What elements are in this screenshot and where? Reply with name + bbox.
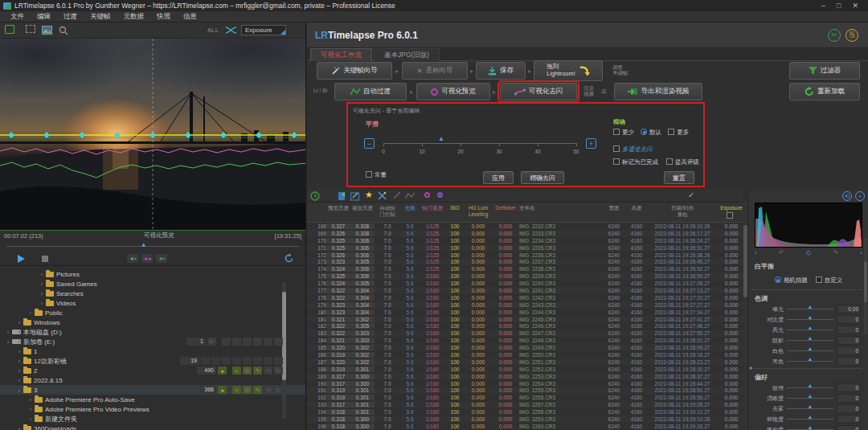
workflow-status-icon[interactable] <box>274 338 283 346</box>
table-row[interactable]: 1690.3260.3087.05.61/1251000.0000.000IMG… <box>307 230 743 237</box>
column-header[interactable]: HG Lum Leveling <box>465 203 492 222</box>
slider-track[interactable]: ▲ <box>787 319 833 320</box>
save-button[interactable]: 保存 <box>476 62 526 80</box>
workflow-status-icon[interactable]: ◁ <box>264 367 272 375</box>
prev-arrow-icon[interactable]: ‹ <box>755 249 757 256</box>
workflow-status-icon[interactable]: ∿ <box>253 386 262 394</box>
star-rating-icon[interactable]: ★ <box>365 190 373 200</box>
timeline-track[interactable] <box>6 246 299 247</box>
column-header[interactable] <box>309 203 326 222</box>
table-row[interactable]: 1920.3190.3017.05.61/1601000.0000.000IMG… <box>307 394 743 401</box>
wand-disabled-icon[interactable] <box>392 191 401 202</box>
tree-item[interactable]: ›360Downloads <box>0 424 305 430</box>
preview-ring2-icon[interactable] <box>437 191 443 199</box>
all-label[interactable]: ALL <box>207 27 219 34</box>
next-arrow-icon[interactable]: › <box>860 249 862 256</box>
table-row[interactable]: 1800.3230.3047.05.61/1601000.0000.000IMG… <box>307 309 743 316</box>
menu-item[interactable]: 元数据 <box>118 12 150 22</box>
drag-to-lightroom-button[interactable]: 拖到 Lightroom! <box>534 60 603 81</box>
exposure-check-icon[interactable]: ✓ <box>688 190 694 199</box>
redo-icon[interactable]: ↷ <box>833 249 838 256</box>
precise-deflicker-button[interactable]: 精确去闪 <box>521 171 564 184</box>
expander-icon[interactable]: › <box>27 310 34 316</box>
wb-as-shot-radio[interactable]: 相机拍摄 <box>775 276 808 284</box>
slider-track[interactable]: ▲ <box>787 330 833 330</box>
slider-value[interactable]: 0 <box>837 394 861 403</box>
workflow-status-icon[interactable] <box>211 357 220 365</box>
tree-item[interactable]: ›Saved Games <box>0 279 305 289</box>
tree-item[interactable]: ›Adobe Premiere Pro Video Previews <box>0 404 305 414</box>
tree-item[interactable]: ›Windows <box>0 317 305 327</box>
curves-compare-icon[interactable] <box>225 25 237 37</box>
table-row[interactable]: 1860.3190.3027.05.61/1601000.0000.000IMG… <box>307 351 743 358</box>
workflow-status-icon[interactable]: ◎ <box>243 367 252 375</box>
tree-item[interactable]: ›1 <box>0 346 305 356</box>
column-header[interactable]: 视觉亮度 <box>350 203 375 222</box>
table-row[interactable]: 1940.3180.3017.05.61/1601000.0000.000IMG… <box>307 408 743 416</box>
menu-item[interactable]: 信息 <box>178 12 203 22</box>
slider-value[interactable]: 0 <box>837 404 861 413</box>
image-icon[interactable] <box>42 25 52 35</box>
workflow-status-icon[interactable] <box>201 357 210 365</box>
workflow-status-icon[interactable] <box>232 338 241 346</box>
preview-image[interactable] <box>0 39 305 230</box>
slider-handle[interactable]: ▲ <box>808 403 813 409</box>
tree-item[interactable]: ›Pictures <box>0 269 305 279</box>
workflow-status-icon[interactable]: ▷ <box>207 338 216 346</box>
table-row[interactable]: 1880.3190.3017.05.61/1601000.0000.000IMG… <box>307 366 743 373</box>
tab-visual-workflow[interactable]: 可视化工作流 <box>310 48 372 61</box>
table-row[interactable]: 1770.3220.3047.05.61/1601000.0000.000IMG… <box>307 287 743 294</box>
tree-item[interactable]: ›Adobe Premiere Pro Auto-Save <box>0 395 305 404</box>
visual-deflicker-button[interactable]: 可视化去闪 <box>500 83 577 100</box>
exposure-column-checkbox[interactable] <box>727 212 733 219</box>
expander-icon[interactable]: › <box>39 272 45 277</box>
preview-ring-icon[interactable] <box>424 191 430 199</box>
magnifier-icon[interactable] <box>58 25 68 35</box>
table-row[interactable]: 1810.3210.3027.05.61/1601000.0000.000IMG… <box>307 316 743 323</box>
slider-value[interactable]: 0 <box>837 415 861 424</box>
multipass-checkbox[interactable]: 多通道去闪 <box>613 145 653 154</box>
expander-icon[interactable]: › <box>39 301 45 306</box>
expander-icon[interactable]: › <box>16 378 23 383</box>
copy-settings-icon[interactable] <box>338 191 346 203</box>
slider-track[interactable]: ▲ <box>787 361 833 362</box>
table-row[interactable]: 1930.3170.3017.05.61/1601000.0000.000IMG… <box>307 401 743 408</box>
panel-scrollbar[interactable] <box>864 238 867 334</box>
workflow-status-icon[interactable]: ● <box>218 367 227 375</box>
table-row[interactable]: 1700.3250.3067.05.61/1251000.0000.000IMG… <box>307 237 743 244</box>
tree-item[interactable]: ›新建文件夹 <box>0 414 305 424</box>
edit-metadata-icon[interactable] <box>350 191 360 203</box>
tree-item[interactable]: ›2490●≈◎∿◁▷ <box>0 366 305 375</box>
menu-item[interactable]: 过渡 <box>58 12 83 22</box>
tree-item[interactable]: ›2022.8.15 <box>0 375 305 385</box>
mv-badge[interactable]: Mv! <box>828 29 841 42</box>
expander-icon[interactable]: › <box>39 281 45 287</box>
workflow-status-icon[interactable]: ∿ <box>253 367 262 375</box>
refresh-preview-icon[interactable] <box>284 253 294 265</box>
slider-handle[interactable]: ▲ <box>808 325 813 330</box>
expander-icon[interactable]: › <box>16 320 23 326</box>
slider-track[interactable]: ▲ <box>787 387 833 388</box>
table-row[interactable]: 1710.3250.3067.05.61/1251000.0000.000IMG… <box>307 244 743 252</box>
expander-icon[interactable]: › <box>39 291 45 297</box>
slider-value[interactable]: 0.00 <box>837 305 861 313</box>
expander-icon[interactable]: › <box>16 358 23 364</box>
table-row[interactable]: 1840.3210.3037.05.61/1601000.0000.000IMG… <box>307 337 743 344</box>
visual-previews-button[interactable]: 可视化预览 <box>416 83 490 100</box>
undo-icon[interactable]: ↶ <box>779 249 784 256</box>
slider-handle[interactable]: ▲ <box>808 346 813 351</box>
current-keyframe-icon[interactable]: ◄● <box>141 254 153 263</box>
reset-button[interactable]: 重置 <box>664 171 694 184</box>
slider-handle[interactable]: ▲ <box>808 414 813 420</box>
column-header[interactable]: 自动快 门控制 <box>375 203 400 222</box>
tree-item[interactable]: ›Public <box>0 308 305 317</box>
workflow-status-icon[interactable] <box>222 357 231 365</box>
table-row[interactable]: 1720.3260.3067.05.61/1251000.0000.000IMG… <box>307 252 743 259</box>
nocm-badge[interactable]: NO CM <box>845 29 858 42</box>
workflow-status-icon[interactable]: ◁ <box>264 386 272 394</box>
expander-icon[interactable]: ⌄ <box>5 338 11 345</box>
wb-custom-checkbox[interactable]: 自定义 <box>816 276 843 284</box>
menu-item[interactable]: 关键帧 <box>84 12 117 22</box>
table-row[interactable]: 1870.3200.3027.05.61/1601000.0000.000IMG… <box>307 358 743 366</box>
workflow-status-icon[interactable] <box>264 357 272 365</box>
